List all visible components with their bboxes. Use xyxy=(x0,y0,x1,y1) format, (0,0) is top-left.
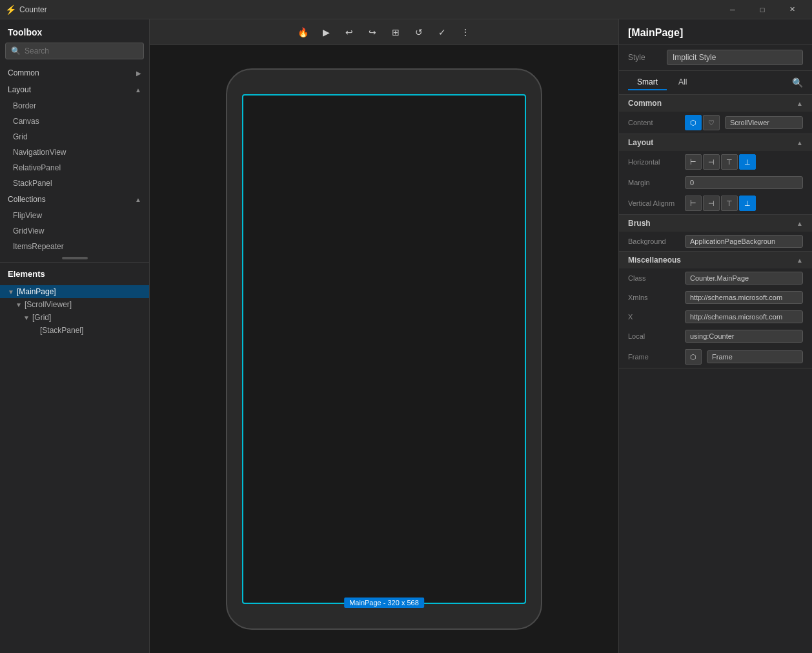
h-align-right[interactable]: ⊤ xyxy=(721,154,738,170)
toolbar-grid-btn[interactable]: ⊞ xyxy=(387,23,405,41)
app-title: Counter xyxy=(19,5,47,14)
minimize-button[interactable]: ─ xyxy=(718,0,747,19)
section-layout[interactable]: Layout ▲ xyxy=(0,81,149,98)
tab-all[interactable]: All xyxy=(669,75,696,90)
prop-content-row: Content ⬡ ♡ ScrollViewer xyxy=(619,112,812,134)
right-panel: [MainPage] Style Implicit Style Smart Al… xyxy=(618,19,812,653)
phone-frame: MainPage - 320 x 568 xyxy=(226,68,542,630)
page-title: [MainPage] xyxy=(619,19,812,45)
prop-content-icon2[interactable]: ♡ xyxy=(703,115,720,130)
prop-content-value[interactable]: ScrollViewer xyxy=(725,116,803,129)
canvas-scroll: MainPage - 320 x 568 xyxy=(150,45,618,653)
tree-item-grid[interactable]: ▼ [Grid] xyxy=(0,311,149,324)
prop-vertical-label: Vertical Alignm xyxy=(628,199,680,207)
v-align-top[interactable]: ⊢ xyxy=(685,196,702,211)
toolbar-more-btn[interactable]: ⋮ xyxy=(456,23,474,41)
section-common[interactable]: Common ▶ xyxy=(0,65,149,81)
toolbar-undo-btn[interactable]: ↩ xyxy=(340,23,358,41)
tab-smart[interactable]: Smart xyxy=(628,75,667,90)
search-input[interactable] xyxy=(25,46,138,55)
toolbox-item-relativepanel[interactable]: RelativePanel xyxy=(0,160,149,176)
prop-local-value[interactable]: using:Counter xyxy=(685,330,803,343)
section-collections[interactable]: Collections ▲ xyxy=(0,191,149,208)
maximize-button[interactable]: □ xyxy=(747,0,777,19)
chevron-layout-right: ▲ xyxy=(797,139,803,146)
toolbox-item-itemsrepeater[interactable]: ItemsRepeater xyxy=(0,239,149,254)
elements-panel: Elements ▼ [MainPage] ▼ [ScrollViewer] ▼… xyxy=(0,262,149,653)
prop-class-row: Class Counter.MainPage xyxy=(619,268,812,288)
toolbar-redo-btn[interactable]: ↪ xyxy=(363,23,381,41)
prop-vertical-icons: ⊢ ⊣ ⊤ ⊥ xyxy=(685,196,756,211)
toolbar-fire-btn[interactable]: 🔥 xyxy=(294,23,312,41)
style-row: Style Implicit Style xyxy=(619,45,812,71)
h-align-center[interactable]: ⊣ xyxy=(703,154,720,170)
prop-horizontal-row: Horizontal ⊢ ⊣ ⊤ ⊥ xyxy=(619,151,812,173)
style-value[interactable]: Implicit Style xyxy=(667,50,803,65)
scroll-indicator xyxy=(62,257,88,259)
search-box[interactable]: 🔍 xyxy=(5,43,144,59)
tabs-row: Smart All 🔍 xyxy=(619,71,812,95)
tab-search-icon[interactable]: 🔍 xyxy=(792,77,803,88)
app-icon: ⚡ xyxy=(5,5,15,15)
toolbar: 🔥 ▶ ↩ ↪ ⊞ ↺ ✓ ⋮ xyxy=(150,19,618,45)
prop-frame-label: Frame xyxy=(628,353,680,361)
chevron-collections: ▲ xyxy=(135,196,141,203)
prop-margin-row: Margin 0 xyxy=(619,173,812,192)
prop-x-row: X http://schemas.microsoft.com xyxy=(619,307,812,326)
prop-section-common: Common ▲ Content ⬡ ♡ ScrollViewer xyxy=(619,95,812,134)
prop-local-row: Local using:Counter xyxy=(619,326,812,346)
tree-item-stackpanel[interactable]: [StackPanel] xyxy=(0,324,149,337)
prop-vertical-row: Vertical Alignm ⊢ ⊣ ⊤ ⊥ xyxy=(619,192,812,214)
toolbar-check-btn[interactable]: ✓ xyxy=(433,23,451,41)
v-align-bottom[interactable]: ⊤ xyxy=(721,196,738,211)
toolbox-item-gridview[interactable]: GridView xyxy=(0,223,149,239)
toolbox-item-flipview[interactable]: FlipView xyxy=(0,208,149,223)
prop-section-common-title: Common xyxy=(628,99,662,108)
toolbar-refresh-btn[interactable]: ↺ xyxy=(410,23,428,41)
tree-toggle-mainpage[interactable]: ▼ xyxy=(8,288,14,296)
h-align-left[interactable]: ⊢ xyxy=(685,154,702,170)
close-button[interactable]: ✕ xyxy=(777,0,807,19)
tree-item-mainpage[interactable]: ▼ [MainPage] xyxy=(0,285,149,298)
toolbox-content: Common ▶ Layout ▲ Border Canvas Grid Nav… xyxy=(0,65,149,262)
prop-x-value[interactable]: http://schemas.microsoft.com xyxy=(685,310,803,323)
prop-background-value[interactable]: ApplicationPageBackgroun xyxy=(685,235,803,248)
prop-horizontal-icons: ⊢ ⊣ ⊤ ⊥ xyxy=(685,154,756,170)
toolbox-item-stackpanel[interactable]: StackPanel xyxy=(0,176,149,191)
toolbox-item-grid[interactable]: Grid xyxy=(0,129,149,145)
tree-label-stackpanel: [StackPanel] xyxy=(40,326,83,335)
chevron-brush-right: ▲ xyxy=(797,220,803,227)
toolbox-item-canvas[interactable]: Canvas xyxy=(0,114,149,129)
prop-class-value[interactable]: Counter.MainPage xyxy=(685,272,803,285)
prop-section-misc-header[interactable]: Miscellaneous ▲ xyxy=(619,252,812,268)
prop-frame-value[interactable]: Frame xyxy=(707,350,803,363)
h-align-stretch[interactable]: ⊥ xyxy=(739,154,756,170)
tree-toggle-grid[interactable]: ▼ xyxy=(23,314,30,321)
v-align-center[interactable]: ⊣ xyxy=(703,196,720,211)
frame-icon: ⬡ xyxy=(685,349,702,365)
titlebar: ⚡ Counter ─ □ ✕ xyxy=(0,0,812,19)
elements-title: Elements xyxy=(0,263,149,283)
toolbox-item-navigationview[interactable]: NavigationView xyxy=(0,145,149,160)
tree-toggle-scrollviewer[interactable]: ▼ xyxy=(15,301,22,308)
prop-frame-icon: ⬡ xyxy=(685,349,702,365)
tree-item-scrollviewer[interactable]: ▼ [ScrollViewer] xyxy=(0,298,149,311)
prop-section-misc: Miscellaneous ▲ Class Counter.MainPage X… xyxy=(619,252,812,368)
prop-x-label: X xyxy=(628,313,680,321)
window-controls: ─ □ ✕ xyxy=(718,0,807,19)
prop-margin-value[interactable]: 0 xyxy=(685,176,803,189)
prop-content-icon1[interactable]: ⬡ xyxy=(685,115,702,130)
main-layout: Toolbox 🔍 Common ▶ Layout ▲ Border Canva… xyxy=(0,19,812,653)
toolbox-item-border[interactable]: Border xyxy=(0,98,149,114)
canvas-label: MainPage - 320 x 568 xyxy=(344,598,424,608)
tree-label-scrollviewer: [ScrollViewer] xyxy=(25,300,72,309)
prop-background-label: Background xyxy=(628,237,680,245)
v-align-stretch[interactable]: ⊥ xyxy=(739,196,756,211)
prop-xmlns-value[interactable]: http://schemas.microsoft.com xyxy=(685,291,803,304)
toolbar-play-btn[interactable]: ▶ xyxy=(317,23,335,41)
prop-section-common-header[interactable]: Common ▲ xyxy=(619,95,812,112)
chevron-misc-right: ▲ xyxy=(797,257,803,264)
prop-section-brush-header[interactable]: Brush ▲ xyxy=(619,215,812,232)
prop-section-layout-header[interactable]: Layout ▲ xyxy=(619,134,812,151)
elements-tree: ▼ [MainPage] ▼ [ScrollViewer] ▼ [Grid] [… xyxy=(0,283,149,339)
